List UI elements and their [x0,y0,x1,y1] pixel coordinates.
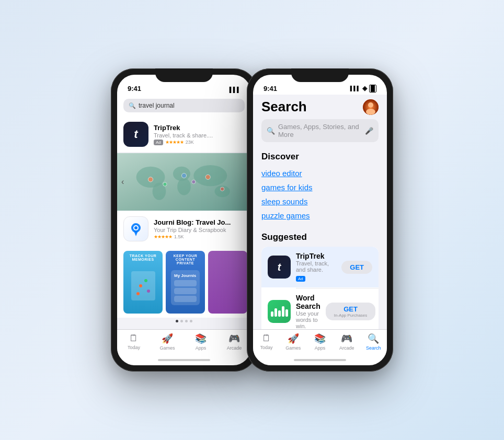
journi-name: Journi Blog: Travel Jo... [154,218,245,226]
map-area: ‹ [117,153,251,211]
phones-container: 9:41 ▌▌▌ 🔍 travel journal [111,68,393,372]
mic-icon: 🎤 [365,127,373,135]
time-right: 9:41 [264,85,277,92]
search-bar-row: 🔍 travel journal [117,95,251,117]
svg-point-18 [144,279,147,282]
suggested-triptrek[interactable]: t TripTrek Travel, track, and share. Ad … [261,247,379,287]
time-left: 9:41 [128,85,141,92]
screenshots-dots [117,318,251,325]
discover-link-0[interactable]: video editor [261,166,379,180]
triptrek-name-right: TripTrek [296,252,336,260]
home-indicator-left [158,359,210,361]
tab-arcade-icon-right: 🎮 [341,333,352,344]
notch-right [291,68,349,82]
tab-arcade-right[interactable]: 🎮 Arcade [334,333,360,351]
svg-point-22 [368,102,373,108]
bar-1 [271,311,273,317]
tab-arcade-label-left: Arcade [227,345,242,351]
ad-badge-right: Ad [296,276,305,282]
tab-search-icon-right: 🔍 [368,333,379,344]
discover-link-3[interactable]: puzzle games [261,209,379,223]
map-preview-svg [130,270,156,302]
signal-icon-left: ▌▌▌ [230,87,240,92]
journi-stars: ★★★★★ [154,234,172,239]
suggested-section: Suggested t TripTrek Travel, track, and … [253,225,387,329]
screenshot-3 [208,251,247,314]
search-page-title: Search [261,99,307,115]
search-title-row: Search [261,99,379,115]
tab-apps-icon-right: 📚 [314,333,326,344]
tab-search-label-right: Search [366,345,381,351]
svg-point-6 [148,177,153,182]
triptrek-info-right: TripTrek Travel, track, and share. Ad [296,252,336,282]
svg-point-7 [181,173,186,178]
tab-apps-right[interactable]: 📚 Apps [307,333,333,351]
tab-today-right[interactable]: 🗒 Today [254,333,280,351]
svg-point-2 [177,178,191,195]
tab-search-right[interactable]: 🔍 Search [360,333,386,351]
svg-rect-16 [131,271,155,300]
ad-badge-left: Ad [154,140,163,145]
tab-games-icon-right: 🚀 [288,333,299,344]
discover-link-1[interactable]: games for kids [261,180,379,194]
triptrek-name-left: TripTrek [154,124,245,132]
rating-left: 23K [186,140,194,145]
notch-left [155,68,213,82]
search-bar-left[interactable]: 🔍 travel journal [123,99,245,112]
triptrek-meta-left: Ad ★★★★★ 23K [154,140,245,145]
discover-link-2[interactable]: sleep sounds [261,194,379,209]
triptrek-icon-left: t [123,122,148,147]
tab-games-right[interactable]: 🚀 Games [280,333,306,351]
wifi-icon-right: ◈ [362,85,367,92]
svg-point-10 [192,180,196,183]
left-screen-content: 🔍 travel journal t TripTrek Travel, trac… [117,95,251,329]
ad-result-card[interactable]: t TripTrek Travel, track & share.... Ad … [117,117,251,152]
search-page-header: Search [253,95,387,144]
tab-apps-left[interactable]: 📚 Apps [188,333,214,351]
screenshot-1: TRACK YOUR MEMORIES [123,251,163,314]
tab-games-left[interactable]: 🚀 Games [154,333,180,351]
journi-meta: ★★★★★ 1.5K [154,234,245,239]
svg-point-9 [163,182,167,186]
triptrek-subtitle-left: Travel, track & share.... [154,132,245,138]
right-phone-screen: 9:41 ▌▌▌ ◈ ▉ Search [253,75,387,365]
suggested-wordsearch[interactable]: Word Search Use your words to win. GET I… [261,288,379,330]
svg-point-20 [147,290,150,293]
right-phone: 9:41 ▌▌▌ ◈ ▉ Search [247,68,393,372]
wordsearch-name: Word Search [296,294,320,310]
home-indicator-right [294,359,346,361]
tab-arcade-icon-left: 🎮 [228,333,240,344]
wordsearch-icon [268,300,291,323]
dot-1 [176,320,178,322]
suggested-apps-container: t TripTrek Travel, track, and share. Ad … [261,247,379,329]
screenshots-row: TRACK YOUR MEMORIES [117,247,251,318]
tab-games-label-left: Games [159,345,175,351]
status-icons-right: ▌▌▌ ◈ ▉ [350,85,376,92]
search-field-right[interactable]: 🔍 Games, Apps, Stories, and More 🎤 [261,119,379,142]
dot-2 [180,320,183,322]
tab-today-icon-left: 🗒 [129,333,139,344]
svg-point-3 [193,165,227,186]
journi-result[interactable]: Journi Blog: Travel Jo... Your Trip Diar… [117,211,251,247]
triptrek-info-left: TripTrek Travel, track & share.... Ad ★★… [154,124,245,145]
screenshot-label-1b: MEMORIES [132,258,154,261]
get-btn-triptrek[interactable]: GET [341,261,372,274]
tab-arcade-left[interactable]: 🎮 Arcade [221,333,247,351]
svg-point-14 [134,226,138,229]
avatar[interactable] [363,99,379,115]
tab-bar-left: 🗒 Today 🚀 Games 📚 Apps 🎮 Arcade [117,329,251,357]
tab-games-icon-left: 🚀 [162,333,173,344]
bar-3 [278,310,281,317]
world-map-svg [117,153,251,211]
search-placeholder: Games, Apps, Stories, and More [278,123,362,138]
get-btn-sub-ws: In-App Purchases [334,313,368,318]
tab-today-left[interactable]: 🗒 Today [121,333,147,351]
svg-point-11 [220,187,224,191]
dot-3 [185,320,188,322]
svg-point-17 [139,284,142,287]
screenshot-label-2b: PRIVATE [177,261,194,265]
status-icons-left: ▌▌▌ [230,87,240,92]
wordsearch-bars [271,306,288,317]
get-btn-wordsearch[interactable]: GET In-App Purchases [326,303,376,320]
journi-subtitle: Your Trip Diary & Scrapbook [154,227,245,233]
